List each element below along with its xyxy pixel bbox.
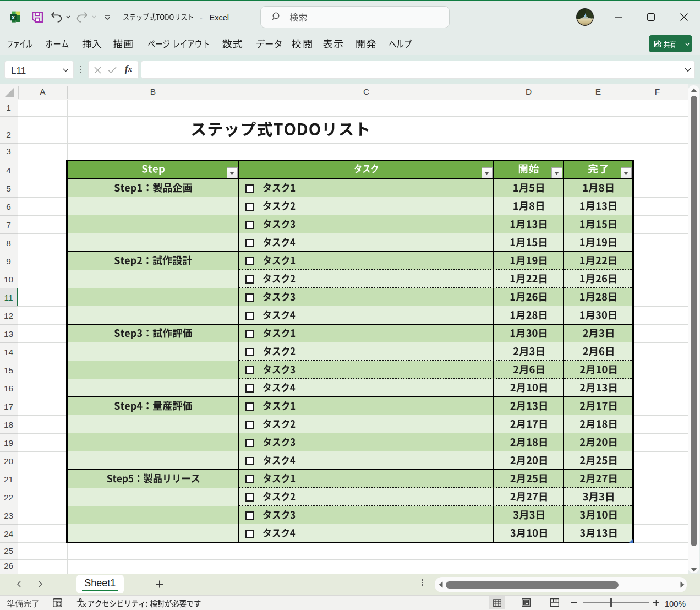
svg-text:x: x bbox=[12, 14, 15, 20]
